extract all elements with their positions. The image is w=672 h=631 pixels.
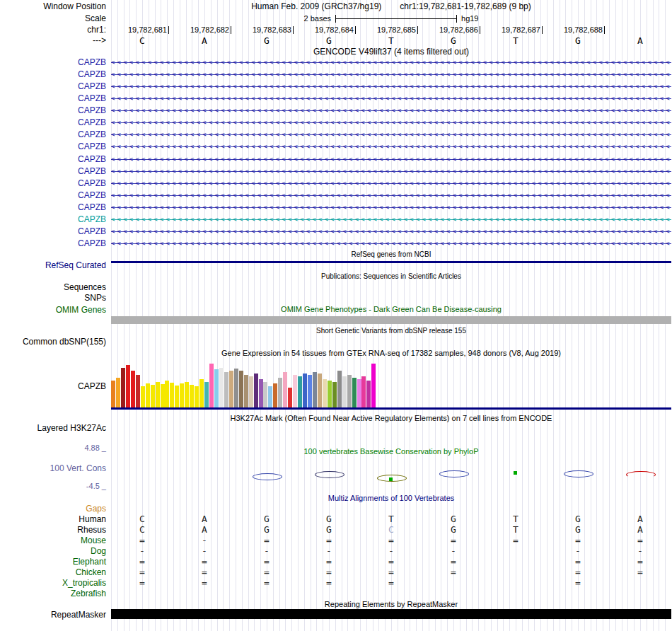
sequence-track[interactable]: CAGGTGTGA xyxy=(111,35,671,46)
gtex-tissue-bar xyxy=(190,385,194,407)
multiz-species-label[interactable]: Rhesus xyxy=(0,525,106,535)
phylop-track-label[interactable]: 100 Vert. Cons xyxy=(0,463,106,473)
gtex-tissue-bar xyxy=(254,374,258,407)
gtex-tissue-bar xyxy=(273,383,277,407)
gtex-tissue-bar xyxy=(209,364,214,407)
alignment-base: - xyxy=(173,536,236,546)
gtex-expression-chart[interactable] xyxy=(111,361,671,410)
gencode-gene-label[interactable]: CAPZB xyxy=(0,117,106,127)
alignment-base: G xyxy=(298,514,360,525)
refseq-curated-item[interactable] xyxy=(111,261,671,263)
multiz-alignment-row[interactable] xyxy=(111,589,671,599)
h3k27ac-label[interactable]: Layered H3K27Ac xyxy=(0,423,106,433)
gencode-transcript-row[interactable]: <<<<<<<<<<<<<<<<<<<<<<<<<<<<<<<<<<<<<<<<… xyxy=(111,129,671,140)
gtex-baseline xyxy=(111,407,671,410)
multiz-species-label[interactable]: Human xyxy=(0,514,106,524)
multiz-alignment-row[interactable] xyxy=(111,504,671,514)
gencode-gene-label[interactable]: CAPZB xyxy=(0,226,106,236)
gencode-transcript-row[interactable]: <<<<<<<<<<<<<<<<<<<<<<<<<<<<<<<<<<<<<<<<… xyxy=(111,57,671,68)
scale-caption: 2 bases xyxy=(303,14,331,23)
multiz-alignment-row[interactable]: CAGGCGTGA xyxy=(111,525,671,536)
multiz-species-label[interactable]: X_tropicalis xyxy=(0,578,106,588)
alignment-base: - xyxy=(111,546,173,557)
gencode-transcript-row[interactable]: <<<<<<<<<<<<<<<<<<<<<<<<<<<<<<<<<<<<<<<<… xyxy=(111,141,671,152)
gtex-tissue-bar xyxy=(151,385,155,407)
alignment-base: C xyxy=(111,525,173,536)
gtex-tissue-bar xyxy=(357,379,361,407)
multiz-species-label[interactable]: Elephant xyxy=(0,557,106,567)
gtex-tissue-bar xyxy=(121,368,125,407)
coordinate-tick xyxy=(168,26,169,34)
multiz-alignment-row[interactable]: -------- xyxy=(111,546,671,557)
gtex-tissue-bar xyxy=(136,375,140,407)
multiz-species-label[interactable]: Chicken xyxy=(0,567,106,577)
coordinates-row[interactable]: 19,782,68119,782,68219,782,68319,782,684… xyxy=(111,25,671,35)
gencode-transcript-row[interactable]: <<<<<<<<<<<<<<<<<<<<<<<<<<<<<<<<<<<<<<<<… xyxy=(111,202,671,213)
gencode-gene-label[interactable]: CAPZB xyxy=(0,190,106,200)
gencode-gene-label[interactable]: CAPZB xyxy=(0,238,106,248)
coordinate-label: 19,782,683 xyxy=(236,25,294,35)
gtex-tissue-bar xyxy=(371,364,376,407)
alignment-base: = xyxy=(485,536,547,546)
gencode-transcript-row[interactable]: <<<<<<<<<<<<<<<<<<<<<<<<<<<<<<<<<<<<<<<<… xyxy=(111,105,671,116)
alignment-base: = xyxy=(236,578,298,589)
gencode-gene-label[interactable]: CAPZB xyxy=(0,93,106,103)
multiz-alignment-row[interactable]: ====== xyxy=(111,578,671,589)
gencode-transcript-row[interactable]: <<<<<<<<<<<<<<<<<<<<<<<<<<<<<<<<<<<<<<<<… xyxy=(111,214,671,225)
gtex-tissue-bar xyxy=(229,371,233,407)
multiz-alignment-row[interactable]: =-======= xyxy=(111,536,671,546)
strand-arrow-label[interactable]: ---> xyxy=(0,35,106,45)
multiz-species-label[interactable]: Zebrafish xyxy=(0,589,106,598)
gencode-gene-label[interactable]: CAPZB xyxy=(0,202,106,212)
alignment-base: = xyxy=(422,567,485,578)
snps-label[interactable]: SNPs xyxy=(0,293,106,303)
alignment-base: = xyxy=(360,578,422,589)
gtex-tissue-bar xyxy=(234,369,238,407)
alignment-base: = xyxy=(609,536,671,546)
coordinate-label: 19,782,685 xyxy=(360,25,418,35)
refseq-curated-label[interactable]: RefSeq Curated xyxy=(0,260,106,270)
omim-gene-bar[interactable] xyxy=(111,316,671,324)
gencode-transcript-row[interactable]: <<<<<<<<<<<<<<<<<<<<<<<<<<<<<<<<<<<<<<<<… xyxy=(111,93,671,104)
gencode-transcript-row[interactable]: <<<<<<<<<<<<<<<<<<<<<<<<<<<<<<<<<<<<<<<<… xyxy=(111,81,671,92)
multiz-species-label[interactable]: Mouse xyxy=(0,536,106,545)
gtex-tissue-bar xyxy=(199,379,204,407)
gencode-gene-label[interactable]: CAPZB xyxy=(0,129,106,139)
gencode-gene-label[interactable]: CAPZB xyxy=(0,81,106,91)
gencode-transcript-row[interactable]: <<<<<<<<<<<<<<<<<<<<<<<<<<<<<<<<<<<<<<<<… xyxy=(111,154,671,165)
gencode-gene-label[interactable]: CAPZB xyxy=(0,69,106,79)
sequences-label[interactable]: Sequences xyxy=(0,282,106,292)
coordinate-tick xyxy=(417,26,418,34)
multiz-alignment-row[interactable]: ======== xyxy=(111,557,671,567)
omim-genes-label[interactable]: OMIM Genes xyxy=(0,305,106,315)
gencode-gene-label[interactable]: CAPZB xyxy=(0,57,106,67)
multiz-alignment-row[interactable]: CAGGTGTGA xyxy=(111,514,671,525)
h3k27ac-track-title: H3K27Ac Mark (Often Found Near Active Re… xyxy=(111,414,671,422)
gencode-gene-label[interactable]: CAPZB xyxy=(0,178,106,188)
repeatmasker-label[interactable]: RepeatMasker xyxy=(0,610,106,620)
alignment-base: - xyxy=(236,546,298,557)
repeatmasker-item[interactable] xyxy=(111,609,671,619)
gtex-gene-label[interactable]: CAPZB xyxy=(0,381,106,391)
coordinate-tick xyxy=(604,26,605,34)
gencode-gene-label[interactable]: CAPZB xyxy=(0,166,106,176)
gencode-transcript-row[interactable]: <<<<<<<<<<<<<<<<<<<<<<<<<<<<<<<<<<<<<<<<… xyxy=(111,166,671,177)
alignment-base: G xyxy=(547,525,609,536)
multiz-species-label[interactable]: Gaps xyxy=(0,504,106,514)
gencode-gene-label[interactable]: CAPZB xyxy=(0,154,106,164)
gtex-tissue-bar xyxy=(239,371,243,407)
common-dbsnp-label[interactable]: Common dbSNP(155) xyxy=(0,337,106,347)
alignment-base: A xyxy=(173,514,236,525)
alignment-base: C xyxy=(111,514,173,525)
gencode-gene-label[interactable]: CAPZB xyxy=(0,214,106,224)
gencode-gene-label[interactable]: CAPZB xyxy=(0,141,106,151)
gencode-transcript-row[interactable]: <<<<<<<<<<<<<<<<<<<<<<<<<<<<<<<<<<<<<<<<… xyxy=(111,226,671,237)
gencode-transcript-row[interactable]: <<<<<<<<<<<<<<<<<<<<<<<<<<<<<<<<<<<<<<<<… xyxy=(111,178,671,189)
multiz-alignment-row[interactable]: ======== xyxy=(111,567,671,578)
gencode-transcript-row[interactable]: <<<<<<<<<<<<<<<<<<<<<<<<<<<<<<<<<<<<<<<<… xyxy=(111,117,671,128)
gencode-transcript-row[interactable]: <<<<<<<<<<<<<<<<<<<<<<<<<<<<<<<<<<<<<<<<… xyxy=(111,190,671,201)
gencode-gene-label[interactable]: CAPZB xyxy=(0,105,106,115)
multiz-species-label[interactable]: Dog xyxy=(0,546,106,556)
gencode-transcript-row[interactable]: <<<<<<<<<<<<<<<<<<<<<<<<<<<<<<<<<<<<<<<<… xyxy=(111,238,671,249)
gencode-transcript-row[interactable]: <<<<<<<<<<<<<<<<<<<<<<<<<<<<<<<<<<<<<<<<… xyxy=(111,69,671,80)
